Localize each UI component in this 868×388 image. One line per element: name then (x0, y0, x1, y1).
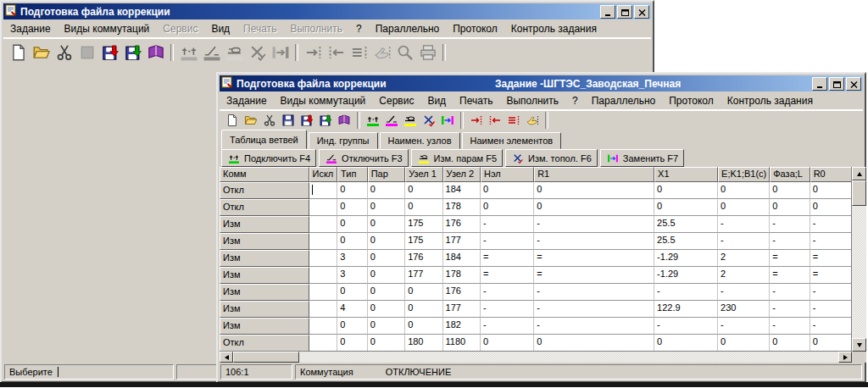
open-folder-icon[interactable] (30, 42, 53, 64)
table-cell[interactable]: 0 (337, 233, 368, 250)
action-button-edit-params[interactable]: Изм. парам F5 (411, 149, 503, 167)
table-cell[interactable]: - (481, 216, 534, 233)
table-cell[interactable]: 0 (654, 182, 718, 199)
titlebar[interactable]: Подготовка файла коррекции Задание -ШГТЭ… (220, 75, 863, 91)
table-cell[interactable]: - (770, 318, 810, 335)
menu-item[interactable]: Виды коммутаций (274, 92, 373, 109)
table-cell[interactable]: 0 (654, 199, 718, 216)
table-cell[interactable]: 0 (770, 199, 810, 216)
column-header[interactable]: R0 (810, 167, 852, 182)
row-header-comm[interactable]: Изм (220, 301, 309, 318)
column-header[interactable]: E;K1;B1(c) (718, 167, 770, 182)
table-cell[interactable]: = (810, 250, 852, 267)
book-icon[interactable] (335, 112, 353, 129)
table-cell[interactable]: 177 (443, 233, 481, 250)
table-cell[interactable]: 2 (718, 267, 770, 284)
maximize-button[interactable] (829, 77, 844, 91)
scroll-down-button[interactable] (852, 338, 866, 352)
edit-params-icon[interactable] (401, 112, 420, 129)
vertical-scrollbar[interactable] (851, 167, 866, 352)
table-cell[interactable]: 0 (405, 318, 442, 335)
table-cell[interactable]: - (810, 284, 852, 301)
new-document-icon[interactable] (7, 42, 30, 64)
table-cell[interactable]: 3 (337, 267, 368, 284)
table-cell[interactable]: 0 (718, 335, 770, 352)
menu-item[interactable]: Вид (420, 92, 453, 109)
table-cell[interactable] (309, 199, 338, 216)
table-cell[interactable]: 230 (718, 301, 770, 318)
table-cell[interactable]: = (770, 250, 810, 267)
table-cell[interactable]: 180 (405, 335, 442, 352)
titlebar[interactable]: Подготовка файла коррекции (3, 3, 651, 19)
table-cell[interactable]: = (534, 250, 654, 267)
table-cell[interactable]: = (481, 250, 534, 267)
table-cell[interactable]: 0 (405, 199, 442, 216)
table-cell[interactable]: 0 (337, 284, 368, 301)
cut-icon[interactable] (260, 112, 279, 129)
table-cell[interactable]: 184 (443, 250, 481, 267)
table-cell[interactable]: = (534, 267, 654, 284)
menu-item[interactable]: Контроль задания (504, 20, 604, 37)
table-cell[interactable]: 3 (337, 250, 368, 267)
table-cell[interactable]: 0 (770, 182, 810, 199)
table-cell[interactable]: - (534, 318, 654, 335)
row-header-comm[interactable]: Откл (220, 182, 309, 199)
table-cell[interactable]: -1.29 (654, 267, 718, 284)
column-header[interactable]: R1 (534, 167, 654, 182)
table-cell[interactable]: - (481, 301, 534, 318)
table-cell[interactable] (309, 335, 338, 352)
table-cell[interactable] (309, 301, 338, 318)
move-all-icon[interactable] (504, 112, 523, 129)
table-cell[interactable]: 0 (481, 335, 534, 352)
tab-node-names[interactable]: Наимен. узлов (380, 132, 460, 149)
table-cell[interactable]: 176 (405, 250, 442, 267)
table-cell[interactable]: 177 (405, 267, 442, 284)
row-header-comm[interactable]: Изм (220, 250, 309, 267)
table-cell[interactable]: - (534, 301, 654, 318)
table-cell[interactable]: 0 (337, 335, 368, 352)
tab-element-names[interactable]: Наимен элементов (462, 132, 562, 149)
table-cell[interactable]: - (534, 216, 654, 233)
close-button[interactable] (634, 5, 649, 19)
table-cell[interactable]: - (534, 284, 654, 301)
disconnect-icon[interactable] (382, 112, 401, 129)
table-cell[interactable]: 25.5 (654, 233, 718, 250)
table-cell[interactable] (309, 233, 338, 250)
table-cell[interactable]: - (481, 284, 534, 301)
tab-branch-table[interactable]: Таблица ветвей (221, 130, 307, 149)
table-cell[interactable]: - (810, 318, 852, 335)
action-button-disconnect[interactable]: Отключить F3 (319, 149, 409, 167)
table-cell[interactable]: - (718, 284, 770, 301)
menu-item[interactable]: Протокол (446, 20, 504, 37)
table-cell[interactable] (309, 267, 338, 284)
table-cell[interactable]: - (770, 301, 810, 318)
table-cell[interactable]: - (654, 318, 718, 335)
table-cell[interactable]: 0 (368, 267, 405, 284)
scroll-left-button[interactable] (220, 352, 233, 363)
connect-icon[interactable] (364, 112, 382, 129)
table-cell[interactable] (309, 250, 338, 267)
menu-item[interactable]: Задание (220, 92, 274, 109)
action-button-edit-topology[interactable]: Изм. топол. F6 (505, 149, 598, 167)
table-cell[interactable]: - (810, 301, 852, 318)
menu-item[interactable]: Выполнить (499, 92, 565, 109)
column-header[interactable]: Пар (368, 167, 405, 182)
menu-item[interactable]: ? (349, 20, 369, 37)
save-import-icon[interactable] (316, 112, 335, 129)
table-cell[interactable]: 0 (368, 318, 405, 335)
menu-item[interactable]: Параллельно (369, 20, 446, 37)
table-cell[interactable]: 25.5 (654, 216, 718, 233)
menu-item[interactable]: ? (565, 92, 585, 109)
scroll-thumb[interactable] (852, 180, 866, 206)
table-cell[interactable]: 0 (481, 199, 534, 216)
save-icon[interactable] (279, 112, 298, 129)
table-cell[interactable]: 0 (654, 335, 718, 352)
move-right-icon[interactable] (467, 112, 486, 129)
table-cell[interactable] (309, 216, 338, 233)
book-icon[interactable] (144, 42, 167, 64)
save-export-icon[interactable] (98, 42, 121, 64)
table-cell[interactable]: 0 (368, 335, 405, 352)
new-document-icon[interactable] (223, 112, 242, 129)
table-cell[interactable]: 0 (405, 284, 442, 301)
table-cell[interactable]: 0 (368, 199, 405, 216)
